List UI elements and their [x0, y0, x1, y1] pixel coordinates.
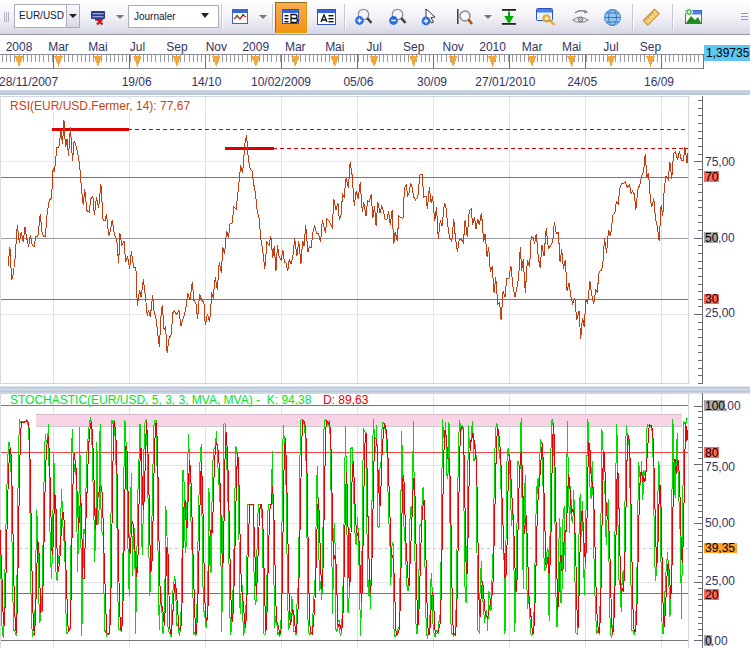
svg-text:,00: ,00: [711, 634, 728, 648]
svg-text:39,35: 39,35: [705, 541, 735, 555]
svg-text:25,00: 25,00: [705, 574, 735, 588]
svg-text:,00: ,00: [724, 399, 741, 413]
svg-text:100: 100: [705, 399, 725, 413]
svg-text:20: 20: [705, 588, 719, 602]
svg-text:75,00: 75,00: [705, 460, 735, 474]
svg-text:50,00: 50,00: [705, 516, 735, 530]
svg-text:80: 80: [705, 446, 719, 460]
svg-text:D: 89,63: D: 89,63: [323, 393, 369, 407]
svg-text:STOCHASTIC(EUR/USD, 5, 3, 3, M: STOCHASTIC(EUR/USD, 5, 3, 3, MVA, MVA) -…: [10, 393, 312, 407]
